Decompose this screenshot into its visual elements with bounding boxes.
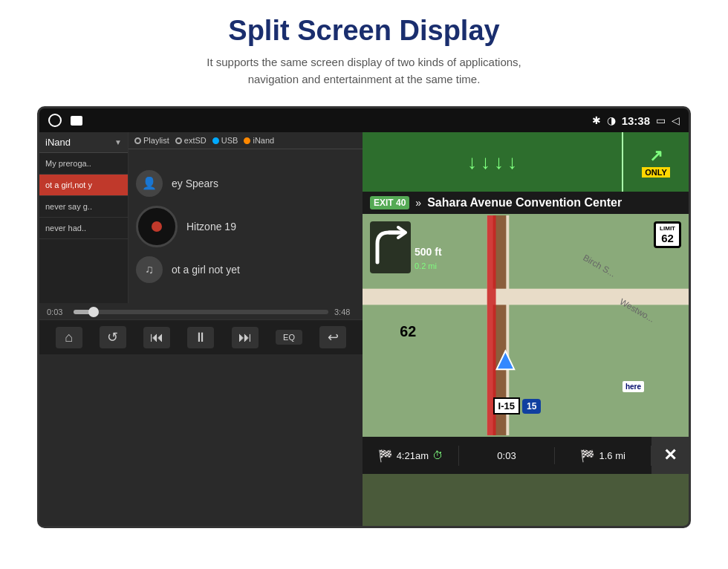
nav-distance: 1.6 mi	[599, 450, 625, 461]
source-tabs: Playlist extSD USB iNand	[129, 132, 363, 149]
limit-label: LIMIT	[660, 225, 675, 232]
playlist-header[interactable]: iNand ▼	[39, 132, 128, 153]
eq-button[interactable]: EQ	[276, 330, 302, 345]
radio-dot-inand	[244, 137, 250, 144]
playlist-item-2[interactable]: never say g..	[39, 196, 128, 218]
next-button[interactable]: ⏭	[232, 327, 259, 348]
track-row-song: ♫ ot a girl not yet	[136, 256, 355, 283]
split-screen: iNand ▼ My preroga.. ot a girl,not y nev…	[39, 132, 689, 526]
distance-ft: 500 ft	[415, 246, 442, 258]
playlist-item-0[interactable]: My preroga..	[39, 153, 128, 175]
only-sign: ↗ ONLY	[622, 132, 689, 192]
tab-extsd[interactable]: extSD	[175, 136, 207, 145]
progress-thumb	[88, 307, 99, 317]
back-button[interactable]: ↩	[319, 326, 346, 348]
eta-time: 4:21am	[397, 450, 429, 461]
track-row-artist: 👤 ey Spears	[136, 170, 355, 197]
clock-icon: ⏱	[432, 449, 443, 461]
arrow-down-2: ↓	[481, 151, 490, 174]
device-frame: ✱ ◑ 13:38 ▭ ◁ iNand ▼ My preroga.. ot a …	[37, 106, 691, 528]
location-icon: ◑	[607, 114, 616, 126]
green-directional-sign: ↓ ↓ ↓ ↓	[363, 132, 622, 192]
only-arrow-icon: ↗	[649, 146, 663, 166]
turn-icon-svg	[370, 221, 411, 273]
track-info: 👤 ey Spears Hitzone 19 ♫	[136, 170, 355, 283]
close-button[interactable]: ✕	[651, 437, 689, 474]
speed-limit-sign: LIMIT 62	[654, 221, 681, 248]
status-right: ✱ ◑ 13:38 ▭ ◁	[592, 114, 680, 127]
arrow-down-4: ↓	[507, 151, 517, 174]
svg-text:62: 62	[400, 323, 416, 339]
bluetooth-icon: ✱	[592, 114, 601, 126]
flag-icon-1: 🏁	[378, 449, 393, 463]
track-album: Hitzone 19	[186, 221, 236, 233]
progress-bar[interactable]	[74, 310, 328, 314]
playlist-item-3[interactable]: never had..	[39, 218, 128, 239]
tab-playlist[interactable]: Playlist	[134, 136, 169, 145]
time-total: 3:48	[334, 308, 355, 316]
disc-center	[152, 221, 162, 232]
home-button[interactable]: ⌂	[56, 327, 82, 348]
track-song: ot a girl not yet	[172, 264, 240, 276]
highway-i15-text: I-15	[493, 397, 520, 414]
exit-arrows: ↓ ↓ ↓ ↓	[467, 151, 517, 174]
highway-shield: 15	[522, 399, 541, 414]
nav-stat-distance: 🏁 1.6 mi	[555, 446, 651, 466]
nav-stat-duration: 0:03	[459, 447, 556, 464]
radio-dot-extsd	[175, 137, 182, 144]
back-icon: ◁	[672, 114, 680, 126]
nav-stat-eta: 🏁 4:21am ⏱	[363, 446, 459, 466]
storage-selector: iNand	[45, 137, 71, 148]
track-artist: ey Spears	[172, 178, 218, 189]
page-title: Split Screen Display	[0, 15, 728, 47]
music-top: iNand ▼ My preroga.. ot a girl,not y nev…	[39, 132, 363, 303]
limit-value: 62	[660, 232, 675, 244]
close-x-icon: ✕	[663, 446, 677, 465]
circle-icon	[48, 114, 62, 127]
dropdown-arrow-icon: ▼	[114, 138, 122, 146]
track-row-album: Hitzone 19	[136, 206, 355, 247]
tab-usb[interactable]: USB	[212, 136, 238, 145]
exit-info-bar: EXIT 40 » Sahara Avenue Convention Cente…	[363, 192, 689, 214]
tab-inand[interactable]: iNand	[244, 136, 274, 145]
image-icon	[71, 116, 82, 126]
playlist-item-1[interactable]: ot a girl,not y	[39, 175, 128, 196]
turn-icon-area: 500 ft 0.2 mi	[370, 221, 442, 273]
page-subtitle: It supports the same screen display of t…	[0, 54, 728, 88]
flag-icon-2: 🏁	[580, 449, 595, 463]
exit-destination: Sahara Avenue Convention Center	[427, 196, 622, 209]
radio-dot-usb	[212, 137, 219, 144]
highway-badge: I-15 15	[493, 397, 542, 414]
window-icon: ▭	[656, 114, 666, 126]
pause-button[interactable]: ⏸	[187, 327, 214, 348]
arrow-down-1: ↓	[467, 151, 477, 174]
page-header: Split Screen Display It supports the sam…	[0, 0, 728, 95]
status-left	[48, 114, 82, 127]
svg-rect-4	[363, 289, 689, 305]
radio-dot-playlist	[134, 137, 141, 144]
arrow-down-3: ↓	[494, 151, 504, 174]
exit-badge: EXIT 40	[370, 196, 409, 209]
music-panel: iNand ▼ My preroga.. ot a girl,not y nev…	[39, 132, 363, 526]
repeat-button[interactable]: ↺	[100, 326, 126, 348]
now-playing-area: 👤 ey Spears Hitzone 19 ♫	[129, 149, 363, 303]
road-sign-top: ↓ ↓ ↓ ↓ ↗ ONLY	[363, 132, 689, 192]
only-text: ONLY	[642, 167, 670, 178]
time-current: 0:03	[47, 308, 68, 316]
playlist-sidebar: iNand ▼ My preroga.. ot a girl,not y nev…	[39, 132, 129, 303]
status-bar: ✱ ◑ 13:38 ▭ ◁	[39, 108, 689, 132]
progress-area: 0:03 3:48	[39, 303, 363, 319]
disc-icon	[136, 206, 178, 247]
controls-bar: ⌂ ↺ ⏮ ⏸ ⏭ EQ ↩	[39, 319, 363, 354]
nav-bottom-bar: 🏁 4:21am ⏱ 0:03 🏁 1.6 mi	[363, 437, 689, 474]
music-note-icon: ♫	[136, 256, 163, 283]
map-area: Birch S... Westwo... 62 LIMIT 62	[363, 214, 689, 437]
person-icon: 👤	[136, 170, 163, 197]
arrow-symbol: »	[415, 197, 421, 209]
distance-mi: 0.2 mi	[415, 261, 442, 270]
nav-panel: ↓ ↓ ↓ ↓ ↗ ONLY EXIT 40 » Sahara Avenue C…	[363, 132, 689, 526]
prev-button[interactable]: ⏮	[143, 327, 170, 348]
status-time: 13:38	[622, 114, 650, 127]
here-logo: here	[623, 381, 644, 392]
music-content: Playlist extSD USB iNand	[129, 132, 363, 303]
